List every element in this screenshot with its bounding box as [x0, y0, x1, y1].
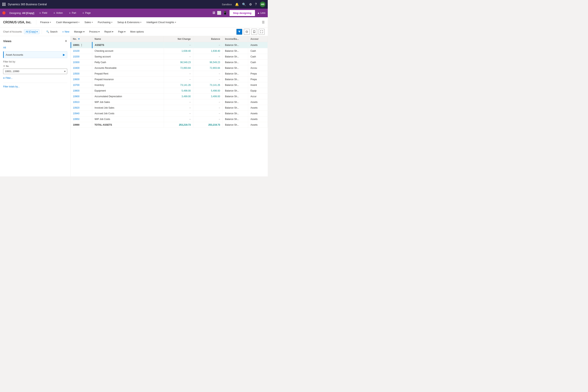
search-icon[interactable]: 🔍 [242, 2, 246, 6]
cell-accour-10300: Cash [248, 60, 268, 65]
cell-no-10200[interactable]: 10200 [70, 54, 92, 60]
page-button[interactable]: Page ▾ [116, 30, 128, 34]
table-row: 10800Equipment5,498.005,498.00Balance Sh… [70, 88, 268, 94]
cell-name-10910: WIP Job Sales [92, 99, 164, 105]
cell-no-10700[interactable]: 10700 [70, 82, 92, 88]
view-asset-accounts-item[interactable]: Asset Accounts ▶ [3, 51, 67, 58]
cell-income-ba-10300: Balance Sh... [223, 60, 248, 65]
desktop-device-icon[interactable]: 🖥 [212, 11, 216, 15]
cell-no-10910[interactable]: 10910 [70, 99, 92, 105]
nav-finance[interactable]: Finance ▾ [38, 19, 53, 25]
cell-balance-10990: 253,219.73 [193, 122, 223, 128]
cell-no-10800[interactable]: 10800 [70, 88, 92, 94]
tablet-device-icon[interactable]: ⬜ [217, 11, 221, 15]
sandbox-label: Sandbox [222, 3, 232, 6]
cell-accour-10910: Assets [248, 99, 268, 105]
filter-pane-icon[interactable] [236, 29, 242, 35]
manage-button[interactable]: Manage ▾ [72, 30, 86, 34]
more-options-button[interactable]: More options [128, 30, 146, 34]
settings-icon[interactable]: ⚙ [249, 2, 252, 6]
views-panel-close-icon[interactable]: ✕ [65, 39, 67, 43]
add-filter-button[interactable]: + Filter... [3, 76, 67, 80]
new-button[interactable]: + New [60, 30, 71, 34]
nav-setup-extensions[interactable]: Setup & Extensions ▾ [115, 19, 144, 25]
cell-accour-10400: Accou [248, 65, 268, 71]
cell-no-10400[interactable]: 10400 [70, 65, 92, 71]
cell-name-10001: ASSETS [92, 42, 164, 48]
cell-no-10100[interactable]: 10100 [70, 48, 92, 54]
nav-intelligent-cloud[interactable]: Intelligent Cloud Insights ▾ [144, 19, 178, 25]
hamburger-menu-icon[interactable]: ☰ [262, 20, 264, 24]
cell-income-ba-10600: Balance Sh... [223, 77, 248, 82]
add-part-button[interactable]: + Part [68, 10, 77, 15]
table-row: 10920Invoiced Job Sales––Balance Sh...As… [70, 105, 268, 111]
filter-remove-icon[interactable]: ✕ [3, 65, 5, 68]
add-action-button[interactable]: + Action [52, 10, 64, 15]
cell-income-ba-10200: Balance Sh... [223, 54, 248, 60]
cell-no-10900[interactable]: 10900 [70, 94, 92, 99]
cell-balance-10600: – [193, 77, 223, 82]
filter-totals-button[interactable]: Filter totals by... [3, 85, 67, 88]
table-row: 10990TOTAL ASSETS253,219.73253,219.73Bal… [70, 122, 268, 128]
row-context-menu-icon[interactable]: ⋮ [80, 44, 83, 47]
report-button[interactable]: Report ▾ [102, 30, 115, 34]
cell-accour-10100: Cash [248, 48, 268, 54]
add-field-button[interactable]: + Field [38, 10, 48, 15]
cell-no-10500[interactable]: 10500 [70, 71, 92, 77]
cell-net-change-10700: 73,141.26 [164, 82, 193, 88]
main-nav: Finance ▾ Cash Management ▾ Sales ▾ Purc… [38, 19, 178, 25]
filter-value-dropdown[interactable]: 10001..10990 ▾ [3, 68, 67, 74]
app-grid-icon[interactable] [2, 3, 6, 6]
nav-cash-management[interactable]: Cash Management ▾ [54, 19, 82, 25]
action-bar: Chart of Accounts: All [Copy] ▾ 🔍 Search… [0, 28, 268, 36]
breadcrumb-view-selector[interactable]: All [Copy] ▾ [24, 30, 40, 34]
cell-no-10600[interactable]: 10600 [70, 77, 92, 82]
col-balance-header: Balance [193, 36, 223, 42]
cell-name-10800: Equipment [92, 88, 164, 94]
cell-no-10300[interactable]: 10300 [70, 60, 92, 65]
user-avatar[interactable]: MB [260, 2, 266, 7]
fullscreen-icon[interactable] [259, 29, 264, 35]
cell-name-10900: Accumulated Depreciation [92, 94, 164, 99]
view-active-arrow-icon: ▶ [63, 53, 65, 56]
table-wrapper[interactable]: No. ▼ Name Net Change Balance [70, 36, 268, 176]
cell-accour-10001: Assets [248, 42, 268, 48]
cell-accour-10920: Assets [248, 105, 268, 111]
cell-no-10990: 10990 [70, 122, 92, 128]
cell-accour-10900: Accur [248, 94, 268, 99]
mobile-device-icon[interactable]: 📱 [223, 11, 227, 15]
process-button[interactable]: Process ▾ [87, 30, 102, 34]
accounts-table: No. ▼ Name Net Change Balance [70, 36, 268, 128]
history-icon[interactable] [244, 29, 250, 35]
filter-divider [3, 83, 67, 83]
less-button[interactable]: ▲ Less [257, 12, 266, 14]
cell-net-change-10950: – [164, 116, 193, 122]
stop-designing-button[interactable]: Stop designing [230, 10, 255, 16]
help-icon[interactable]: ? [255, 2, 257, 6]
top-bar: Dynamics 365 Business Central Sandbox 🔔 … [0, 0, 268, 8]
cell-name-10100: Checking account [92, 48, 164, 54]
cell-income-ba-10400: Balance Sh... [223, 65, 248, 71]
cell-name-10940: Accrued Job Costs [92, 111, 164, 116]
cell-accour-10940: Assets [248, 111, 268, 116]
cell-no-10940[interactable]: 10940 [70, 111, 92, 116]
views-panel-title: Views [3, 40, 11, 43]
cell-net-change-10400: 72,893.84 [164, 65, 193, 71]
notification-icon[interactable]: 🔔 [235, 2, 239, 6]
cell-no-10920[interactable]: 10920 [70, 105, 92, 111]
table-row: 10400Accounts Receivable72,893.8472,893.… [70, 65, 268, 71]
bookmark-icon[interactable] [251, 29, 257, 35]
add-page-button[interactable]: + Page [81, 10, 92, 15]
app-title: Dynamics 365 Business Central [8, 3, 220, 6]
cell-no-10950[interactable]: 10950 [70, 116, 92, 122]
cell-balance-10300: 96,549.23 [193, 60, 223, 65]
cell-balance-10940: – [193, 111, 223, 116]
search-button[interactable]: 🔍 Search [44, 30, 60, 34]
table-row: 10910WIP Job Sales––Balance Sh...Assets [70, 99, 268, 105]
nav-sales[interactable]: Sales ▾ [82, 19, 95, 25]
view-all-item[interactable]: All [3, 45, 67, 50]
nav-purchasing[interactable]: Purchasing ▾ [96, 19, 115, 25]
col-no-header: No. ▼ [70, 36, 92, 42]
cell-name-10990: TOTAL ASSETS [92, 122, 164, 128]
cell-balance-10001: – [193, 42, 223, 48]
